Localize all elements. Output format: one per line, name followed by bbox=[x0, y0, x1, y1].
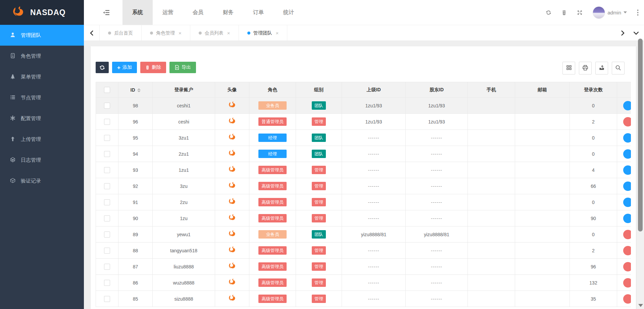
select-all-checkbox[interactable] bbox=[104, 87, 110, 93]
cell-role: 经理 bbox=[249, 130, 296, 146]
chevron-right-icon[interactable] bbox=[616, 25, 629, 41]
row-checkbox[interactable] bbox=[104, 119, 110, 125]
trash-icon[interactable] bbox=[561, 10, 567, 15]
content-area: + 添加 删除 导出 ID登录账户头像角色组别上级ID股东ID手机邮箱登录次数 … bbox=[84, 41, 644, 309]
kebab-menu-icon[interactable] bbox=[637, 9, 639, 16]
columns-tool-button[interactable] bbox=[562, 62, 575, 74]
sidebar-item-日志管理[interactable]: 日志管理 bbox=[0, 150, 84, 170]
cell-parent-id: ------ bbox=[342, 259, 406, 275]
cell-account: tangyuan518 bbox=[153, 243, 215, 259]
action-button[interactable] bbox=[623, 165, 631, 175]
cell-group: 管理 bbox=[296, 114, 342, 130]
column-header-股东ID: 股东ID bbox=[406, 82, 468, 98]
printer-tool-button[interactable] bbox=[579, 62, 592, 74]
action-button[interactable] bbox=[623, 149, 631, 159]
scrollbar-down-arrow[interactable] bbox=[638, 304, 643, 307]
cell-email bbox=[515, 130, 570, 146]
topnav-item-运营[interactable]: 运营 bbox=[153, 0, 183, 25]
tab-会员列表[interactable]: 会员列表× bbox=[190, 25, 239, 41]
cell-id: 94 bbox=[118, 146, 153, 162]
topnav-item-订单[interactable]: 订单 bbox=[243, 0, 274, 25]
export-button[interactable]: 导出 bbox=[169, 62, 196, 73]
sort-icon[interactable] bbox=[137, 88, 141, 92]
export-tray-icon bbox=[599, 65, 605, 71]
action-button[interactable] bbox=[623, 198, 631, 207]
fox-avatar-icon bbox=[228, 121, 237, 126]
table-row-87: 87liuzu8888高级管理员管理------------96 bbox=[96, 259, 631, 275]
avatar[interactable] bbox=[593, 6, 605, 19]
tab-角色管理[interactable]: 角色管理× bbox=[142, 25, 190, 41]
sidebar-item-角色管理[interactable]: 角色管理 bbox=[0, 46, 84, 66]
topnav-item-系统[interactable]: 系统 bbox=[122, 0, 153, 25]
cell-account: ceshi1 bbox=[153, 98, 215, 114]
cell-email bbox=[515, 275, 570, 291]
add-button[interactable]: + 添加 bbox=[112, 62, 137, 73]
close-icon[interactable]: × bbox=[276, 30, 279, 36]
cell-parent-id: ------ bbox=[342, 275, 406, 291]
delete-button[interactable]: 删除 bbox=[140, 62, 166, 73]
role-badge: 高级管理员 bbox=[258, 278, 287, 287]
tab-管理团队[interactable]: 管理团队× bbox=[239, 25, 288, 41]
box-icon bbox=[10, 178, 15, 184]
cell-id: 88 bbox=[118, 243, 153, 259]
close-icon[interactable]: × bbox=[227, 30, 230, 36]
cell-group: 管理 bbox=[296, 275, 342, 291]
sidebar-item-节点管理[interactable]: 节点管理 bbox=[0, 87, 84, 108]
sidebar-item-配置管理[interactable]: 配置管理 bbox=[0, 108, 84, 129]
close-icon[interactable]: × bbox=[179, 30, 182, 36]
topnav-item-会员[interactable]: 会员 bbox=[183, 0, 213, 25]
sidebar-item-上传管理[interactable]: 上传管理 bbox=[0, 129, 84, 150]
table-header-row: ID登录账户头像角色组别上级ID股东ID手机邮箱登录次数 bbox=[96, 82, 631, 98]
cell-group: 管理 bbox=[296, 291, 342, 307]
sidebar-item-管理团队[interactable]: 管理团队 bbox=[0, 25, 84, 46]
brand-logo[interactable]: NASDAQ bbox=[0, 0, 84, 25]
row-checkbox[interactable] bbox=[104, 296, 110, 302]
action-button[interactable] bbox=[623, 101, 631, 110]
table-row-94: 942zu1经理团队------------0 bbox=[96, 146, 631, 162]
action-button[interactable] bbox=[623, 117, 631, 126]
refresh-icon[interactable] bbox=[546, 10, 551, 15]
action-button[interactable] bbox=[623, 246, 631, 255]
cell-login-count: 2 bbox=[570, 114, 617, 130]
action-button[interactable] bbox=[623, 182, 631, 191]
cell-parent-id: ------ bbox=[342, 178, 406, 194]
fullscreen-icon[interactable] bbox=[577, 10, 583, 15]
search-tool-button[interactable] bbox=[612, 62, 625, 74]
action-button[interactable] bbox=[623, 262, 631, 271]
group-badge: 管理 bbox=[312, 262, 326, 271]
export-file-tool-button[interactable] bbox=[595, 62, 608, 74]
user-menu[interactable]: admin bbox=[593, 6, 627, 19]
row-checkbox[interactable] bbox=[104, 231, 110, 238]
cell-action bbox=[617, 275, 631, 291]
row-checkbox[interactable] bbox=[104, 248, 110, 254]
row-checkbox[interactable] bbox=[104, 264, 110, 270]
cell-action bbox=[617, 146, 631, 162]
cell-action bbox=[617, 243, 631, 259]
row-checkbox[interactable] bbox=[104, 135, 110, 141]
scrollbar-thumb[interactable] bbox=[638, 39, 643, 231]
row-checkbox[interactable] bbox=[104, 280, 110, 286]
row-checkbox[interactable] bbox=[104, 167, 110, 173]
cell-account: 1zu1 bbox=[153, 162, 215, 178]
row-checkbox[interactable] bbox=[104, 151, 110, 157]
collapse-menu-icon[interactable] bbox=[99, 0, 114, 25]
action-button[interactable] bbox=[623, 294, 631, 304]
action-button[interactable] bbox=[623, 214, 631, 223]
row-checkbox[interactable] bbox=[104, 183, 110, 189]
action-button[interactable] bbox=[623, 278, 631, 288]
group-badge: 管理 bbox=[312, 295, 326, 303]
topnav-item-统计[interactable]: 统计 bbox=[274, 0, 304, 25]
role-badge: 普通管理员 bbox=[258, 117, 287, 126]
row-checkbox[interactable] bbox=[104, 215, 110, 221]
sidebar-item-菜单管理[interactable]: 菜单管理 bbox=[0, 66, 84, 87]
topnav-item-财务[interactable]: 财务 bbox=[213, 0, 243, 25]
chevron-left-icon[interactable] bbox=[84, 25, 100, 41]
row-checkbox[interactable] bbox=[104, 199, 110, 205]
action-button[interactable] bbox=[623, 230, 631, 239]
action-button[interactable] bbox=[623, 133, 631, 143]
row-checkbox[interactable] bbox=[104, 103, 110, 109]
sidebar-item-验证记录[interactable]: 验证记录 bbox=[0, 170, 84, 191]
cell-role: 业务员 bbox=[249, 226, 296, 243]
tab-后台首页[interactable]: 后台首页 bbox=[100, 25, 142, 41]
refresh-button[interactable] bbox=[96, 62, 109, 73]
